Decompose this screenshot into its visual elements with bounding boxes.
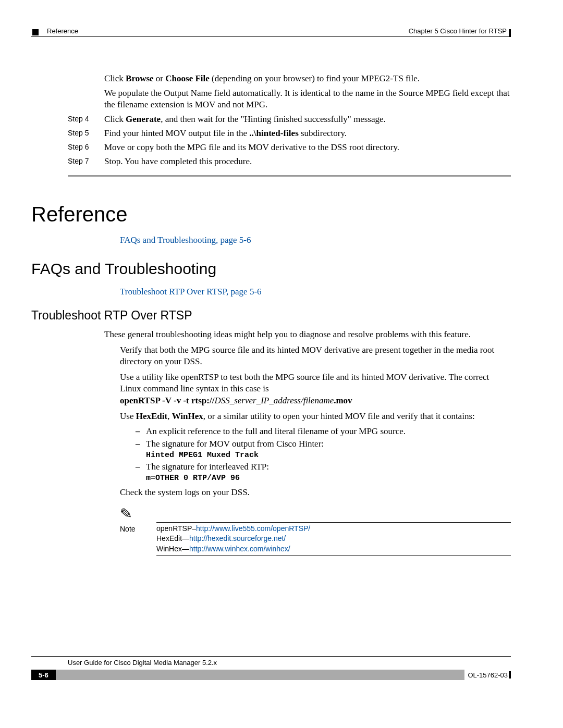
note-rule-bottom xyxy=(156,556,511,556)
text: , and then wait for the "Hinting finishe… xyxy=(161,114,386,124)
xref-faqs[interactable]: FAQs and Troubleshooting, page 5-6 xyxy=(120,235,511,245)
text: Use a utility like openRTSP to test both… xyxy=(120,372,489,393)
troubleshoot-check-logs: Check the system logs on your DSS. xyxy=(120,487,511,498)
heading-reference: Reference xyxy=(31,203,511,226)
dash-icon: – xyxy=(136,462,146,483)
link-winhex[interactable]: http://www.winhex.com/winhex/ xyxy=(189,545,290,553)
step-text: Stop. You have completed this procedure. xyxy=(104,156,511,168)
text: Click xyxy=(104,114,126,124)
note-rule-top xyxy=(156,522,511,523)
step-text: Click Generate, and then wait for the "H… xyxy=(104,114,511,126)
text: The signature for MOV output from Cisco … xyxy=(146,439,324,449)
cmd-italic: DSS_server_IP_address/filename xyxy=(214,396,334,405)
heading-faqs: FAQs and Troubleshooting xyxy=(31,260,511,278)
troubleshoot-verify: Verify that both the MPG source file and… xyxy=(120,344,511,367)
step-text: Find your hinted MOV output file in the … xyxy=(104,128,511,140)
dash-icon: – xyxy=(136,439,146,460)
dash-icon: – xyxy=(136,426,146,437)
intro-paragraph-2: We populate the Output Name field automa… xyxy=(104,88,511,110)
step-6: Step 6 Move or copy both the MPG file an… xyxy=(31,142,511,154)
text: Use xyxy=(120,411,136,421)
step-4: Step 4 Click Generate, and then wait for… xyxy=(31,114,511,126)
note-label: Note xyxy=(120,524,156,554)
step-7: Step 7 Stop. You have completed this pro… xyxy=(31,156,511,168)
intro-paragraph-1: Click Browse or Choose File (depending o… xyxy=(104,73,511,84)
xref-troubleshoot[interactable]: Troubleshoot RTP Over RTSP, page 5-6 xyxy=(120,287,511,297)
troubleshoot-body: These general troubleshooting ideas migh… xyxy=(31,329,511,556)
page-number: 5-6 xyxy=(31,670,56,680)
corner-marker-right xyxy=(509,29,511,36)
footer-title: User Guide for Cisco Digital Media Manag… xyxy=(68,659,511,667)
body: Click Browse or Choose File (depending o… xyxy=(31,73,511,556)
step-label: Step 5 xyxy=(68,128,104,140)
note-row: Note openRTSP–http://www.live555.com/ope… xyxy=(120,524,511,554)
text: HexEdit— xyxy=(156,534,189,542)
link-hexedit[interactable]: http://hexedit.sourceforge.net/ xyxy=(189,534,286,542)
list-item: – The signature for interleaved RTP: m=O… xyxy=(136,462,511,483)
link-openrtsp[interactable]: http://www.live555.com/openRTSP/ xyxy=(196,524,310,533)
text: openRTSP– xyxy=(156,524,196,533)
text: subdirectory. xyxy=(299,128,347,138)
procedure-end-rule xyxy=(68,175,511,177)
footer-bar: 5-6 OL-15762-03 xyxy=(31,670,511,680)
bold: Generate xyxy=(126,114,161,124)
cmd-bold: openRTSP -V -v -t rtsp:// xyxy=(120,396,214,405)
step-label: Step 4 xyxy=(68,114,104,126)
step-text: Move or copy both the MPG file and its M… xyxy=(104,142,511,154)
troubleshoot-use-openrtsp: Use a utility like openRTSP to test both… xyxy=(120,372,511,406)
troubleshoot-intro: These general troubleshooting ideas migh… xyxy=(104,329,511,340)
corner-marker-right-bottom xyxy=(509,671,511,678)
text: Find your hinted MOV output file in the xyxy=(104,128,249,138)
step-5: Step 5 Find your hinted MOV output file … xyxy=(31,128,511,140)
text: , or a similar utility to open your hint… xyxy=(203,411,475,421)
footer-rule xyxy=(31,656,511,657)
step-label: Step 7 xyxy=(68,156,104,168)
doc-id: OL-15762-03 xyxy=(464,670,511,680)
running-head-left: Reference xyxy=(47,27,78,35)
note-lines: openRTSP–http://www.live555.com/openRTSP… xyxy=(156,524,511,554)
bullet-text: The signature for MOV output from Cisco … xyxy=(146,439,324,460)
step-label: Step 6 xyxy=(68,142,104,154)
header-rule xyxy=(31,36,511,37)
bullet-list: – An explicit reference to the full and … xyxy=(136,426,511,483)
note-block: ✎ Note openRTSP–http://www.live555.com/o… xyxy=(120,507,511,556)
bullet-text: An explicit reference to the full and li… xyxy=(146,426,406,437)
code: Hinted MPEG1 Muxed Track xyxy=(146,451,259,460)
list-item: – An explicit reference to the full and … xyxy=(136,426,511,437)
code: m=OTHER 0 RTP/AVP 96 xyxy=(146,474,240,483)
corner-marker-left xyxy=(32,29,39,35)
running-head-right: Chapter 5 Cisco Hinter for RTSP xyxy=(409,27,507,35)
cmd-bold: .mov xyxy=(334,396,352,405)
footer: User Guide for Cisco Digital Media Manag… xyxy=(31,656,511,680)
bold: ..\hinted-files xyxy=(249,128,298,138)
footer-gray-bar xyxy=(56,670,465,680)
bullet-text: The signature for interleaved RTP: m=OTH… xyxy=(146,462,269,483)
bold: WinHex xyxy=(172,411,203,421)
page: Reference Chapter 5 Cisco Hinter for RTS… xyxy=(0,0,563,728)
bold: HexEdit xyxy=(136,411,167,421)
pencil-icon: ✎ xyxy=(119,506,132,522)
text: , xyxy=(167,411,172,421)
list-item: – The signature for MOV output from Cisc… xyxy=(136,439,511,460)
heading-troubleshoot: Troubleshoot RTP Over RTSP xyxy=(31,309,511,323)
text: WinHex— xyxy=(156,545,189,553)
troubleshoot-hexedit: Use HexEdit, WinHex, or a similar utilit… xyxy=(120,411,511,422)
text: The signature for interleaved RTP: xyxy=(146,462,269,472)
